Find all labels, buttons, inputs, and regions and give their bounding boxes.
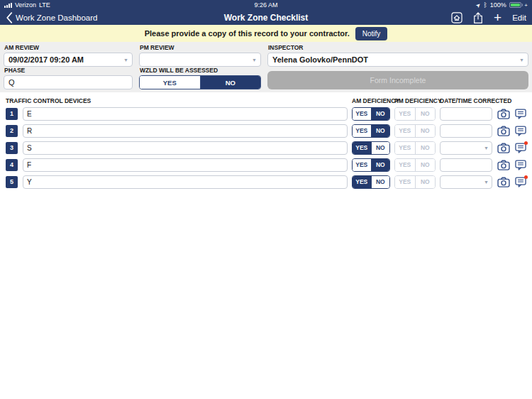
am-deficiency-column-header: AM DEFICIENCY (352, 97, 390, 104)
pm-deficiency-toggle: YES NO (394, 158, 436, 172)
date-corrected-field[interactable]: ▼ (440, 175, 492, 189)
chevron-down-icon: ▼ (484, 180, 489, 185)
date-corrected-field[interactable]: ▼ (440, 124, 492, 138)
share-icon (473, 11, 483, 24)
camera-button[interactable] (497, 160, 510, 170)
note-icon (515, 109, 526, 119)
note-button[interactable] (514, 126, 526, 136)
edit-button[interactable]: Edit (512, 13, 526, 22)
home-icon (451, 12, 462, 23)
note-button[interactable] (514, 143, 526, 153)
table-row: 3 YES NO YES NO ▼ (0, 139, 532, 156)
pm-yes-button: YES (395, 108, 416, 120)
back-button-label: Work Zone Dashboard (16, 13, 97, 22)
home-button[interactable] (451, 12, 462, 23)
phase-input[interactable] (4, 75, 133, 89)
table-row: 5 YES NO YES NO ▼ (0, 173, 532, 190)
note-button[interactable] (514, 160, 526, 170)
device-table-rows: 1 YES NO YES NO ▼ (0, 105, 532, 190)
signal-strength-icon (4, 2, 12, 8)
back-button[interactable]: Work Zone Dashboard (6, 12, 97, 23)
date-corrected-field[interactable]: ▼ (440, 158, 492, 172)
device-input[interactable] (23, 175, 348, 189)
chevron-left-icon (6, 12, 13, 23)
table-row: 2 YES NO YES NO ▼ (0, 122, 532, 139)
note-button[interactable] (514, 177, 526, 187)
pm-yes-button: YES (395, 142, 416, 154)
am-deficiency-toggle: YES NO (352, 175, 390, 189)
row-number-badge: 5 (6, 176, 18, 188)
note-icon (515, 126, 526, 136)
device-input[interactable] (23, 158, 348, 172)
camera-icon (497, 126, 510, 136)
pm-no-button: NO (416, 125, 436, 137)
inspector-value: Yelena Golovko/PennDOT (272, 55, 368, 64)
note-button[interactable] (514, 109, 526, 119)
am-no-button[interactable]: NO (372, 176, 390, 188)
nav-bar: Work Zone Checklist Work Zone Dashboard (0, 10, 532, 25)
am-review-label: AM REVIEW (4, 44, 133, 51)
wzld-no-button[interactable]: NO (201, 76, 261, 89)
am-review-dropdown[interactable]: 09/02/2017 09:20 AM ▼ (4, 53, 133, 67)
battery-tip (522, 4, 523, 6)
camera-button[interactable] (497, 126, 510, 136)
note-alert-badge (524, 141, 528, 145)
pm-review-dropdown[interactable]: ▼ (139, 53, 261, 67)
share-button[interactable] (473, 11, 483, 24)
am-no-button[interactable]: NO (372, 125, 390, 137)
camera-icon (497, 143, 510, 153)
chevron-down-icon: ▼ (519, 58, 524, 62)
row-number-badge: 3 (6, 142, 18, 154)
am-review-value: 09/02/2017 09:20 AM (9, 55, 84, 64)
table-row: 1 YES NO YES NO ▼ (0, 105, 532, 122)
add-button[interactable]: + (494, 13, 501, 23)
pm-yes-button: YES (395, 125, 416, 137)
pm-deficiency-toggle: YES NO (394, 141, 436, 155)
note-icon (515, 160, 526, 170)
am-no-button[interactable]: NO (372, 142, 390, 154)
note-alert-badge (524, 175, 528, 179)
am-yes-button[interactable]: YES (353, 125, 372, 137)
am-deficiency-toggle: YES NO (352, 124, 390, 138)
pm-no-button: NO (416, 142, 436, 154)
camera-button[interactable] (497, 109, 510, 119)
camera-button[interactable] (497, 177, 510, 187)
status-bar: 9:26 AM Verizon LTE ➤ ᛒ 100% + (0, 0, 532, 10)
pm-deficiency-toggle: YES NO (394, 107, 436, 121)
inspector-dropdown[interactable]: Yelena Golovko/PennDOT ▼ (267, 53, 528, 67)
devices-column-header: TRAFFIC CONTROL DEVICES (6, 97, 348, 104)
am-yes-button[interactable]: YES (353, 176, 372, 188)
am-no-button[interactable]: NO (372, 159, 390, 171)
pm-no-button: NO (416, 159, 436, 171)
am-yes-button[interactable]: YES (353, 159, 372, 171)
device-input[interactable] (23, 107, 348, 121)
wzld-yes-button[interactable]: YES (140, 76, 201, 89)
date-corrected-field[interactable]: ▼ (440, 141, 492, 155)
row-number-badge: 1 (6, 108, 18, 120)
device-input[interactable] (23, 141, 348, 155)
location-icon: ➤ (474, 1, 482, 9)
am-no-button[interactable]: NO (372, 108, 390, 120)
row-number-badge: 2 (6, 125, 18, 137)
date-corrected-column-header: DATE/TIME CORRECTED (440, 97, 526, 104)
form-incomplete-button[interactable]: Form Incomplete (267, 71, 528, 89)
app-screen: 9:26 AM Verizon LTE ➤ ᛒ 100% + Work Zone… (0, 0, 532, 399)
status-time: 9:26 AM (0, 1, 532, 9)
date-corrected-field[interactable]: ▼ (440, 107, 492, 121)
carrier-label: Verizon (15, 1, 36, 9)
charging-icon: + (524, 2, 528, 9)
chevron-down-icon: ▼ (123, 58, 128, 62)
wzld-label: WZLD WILL BE ASSESSED (140, 67, 261, 74)
am-yes-button[interactable]: YES (353, 142, 372, 154)
am-yes-button[interactable]: YES (353, 108, 372, 120)
camera-icon (497, 109, 510, 119)
pm-deficiency-toggle: YES NO (394, 124, 436, 138)
am-deficiency-toggle: YES NO (352, 141, 390, 155)
camera-button[interactable] (497, 143, 510, 153)
bluetooth-icon: ᛒ (483, 1, 487, 9)
device-input[interactable] (23, 124, 348, 138)
notify-button[interactable]: Notify (355, 27, 388, 40)
battery-icon (509, 2, 521, 8)
pm-deficiency-toggle: YES NO (394, 175, 436, 189)
contractor-notice-bar: Please provide a copy of this record to … (0, 25, 532, 42)
